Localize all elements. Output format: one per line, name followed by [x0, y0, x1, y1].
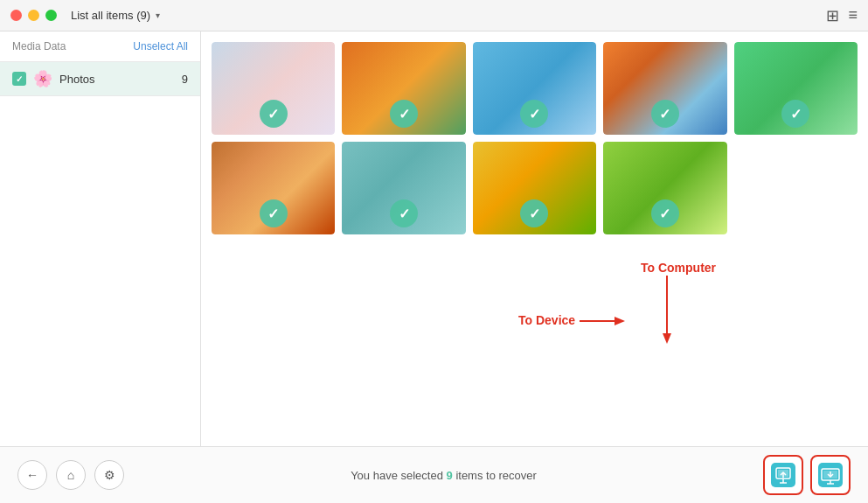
sidebar-item-photos[interactable]: 🌸 Photos 9 — [0, 62, 200, 96]
maximize-button[interactable] — [45, 10, 57, 21]
photo-area — [201, 31, 868, 446]
sidebar: Media Data Unselect All 🌸 Photos 9 — [0, 31, 201, 446]
list-item[interactable] — [342, 142, 465, 234]
bottom-bar: ← ⌂ ⚙ You have selected 9 items to recov… — [0, 446, 868, 503]
settings-icon: ⚙ — [104, 468, 115, 482]
photo-grid-row1 — [212, 42, 858, 135]
status-text: You have selected 9 items to recover — [124, 469, 763, 482]
list-item[interactable] — [734, 42, 858, 135]
grid-view-icon[interactable]: ⊞ — [826, 6, 839, 25]
main-content: Media Data Unselect All 🌸 Photos 9 — [0, 31, 868, 446]
check-icon — [520, 100, 548, 128]
back-button[interactable]: ← — [17, 460, 47, 490]
check-icon — [781, 100, 809, 128]
photo-grid-row2 — [212, 142, 858, 234]
nav-buttons: ← ⌂ ⚙ — [17, 460, 124, 490]
list-item[interactable] — [603, 142, 726, 234]
list-all-dropdown[interactable]: List all items (9) ▾ — [71, 9, 160, 22]
photos-checkbox[interactable] — [12, 72, 26, 86]
check-icon — [260, 199, 288, 227]
home-button[interactable]: ⌂ — [56, 460, 86, 490]
chevron-down-icon: ▾ — [156, 10, 160, 20]
list-item[interactable] — [473, 42, 596, 135]
check-icon — [260, 100, 288, 128]
home-icon: ⌂ — [67, 468, 74, 482]
check-icon — [651, 199, 679, 227]
check-icon — [390, 199, 418, 227]
dropdown-label: List all items (9) — [71, 9, 150, 22]
list-item[interactable] — [212, 42, 335, 135]
to-device-button[interactable] — [763, 455, 803, 495]
back-icon: ← — [26, 468, 38, 482]
titlebar: List all items (9) ▾ ⊞ ≡ — [0, 0, 868, 31]
list-item[interactable] — [603, 42, 726, 135]
list-item[interactable] — [212, 142, 335, 234]
to-computer-button[interactable] — [810, 455, 851, 495]
settings-button[interactable]: ⚙ — [94, 460, 124, 490]
action-buttons — [763, 455, 851, 495]
check-icon — [520, 199, 548, 227]
list-item[interactable] — [342, 42, 465, 135]
list-item[interactable] — [473, 142, 596, 234]
close-button[interactable] — [10, 10, 22, 21]
view-toggle: ⊞ ≡ — [826, 6, 858, 25]
status-count: 9 — [447, 469, 453, 482]
window-controls — [10, 10, 57, 21]
unselect-all-button[interactable]: Unselect All — [133, 40, 188, 52]
check-icon — [651, 100, 679, 128]
photos-label: Photos — [59, 73, 182, 86]
photos-icon: 🌸 — [33, 69, 52, 88]
photos-count: 9 — [182, 73, 188, 86]
minimize-button[interactable] — [28, 10, 39, 21]
list-view-icon[interactable]: ≡ — [848, 6, 858, 24]
check-icon — [390, 100, 418, 128]
media-data-label: Media Data — [12, 40, 66, 52]
status-prefix: You have selected — [351, 469, 446, 482]
status-suffix: items to recover — [453, 469, 537, 482]
sidebar-header: Media Data Unselect All — [0, 31, 200, 62]
